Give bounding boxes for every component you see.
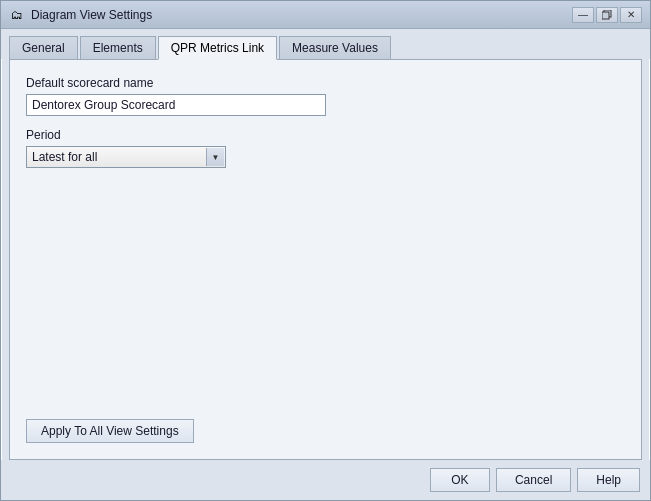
- help-button[interactable]: Help: [577, 468, 640, 492]
- svg-rect-1: [602, 12, 609, 19]
- main-window: 🗂 Diagram View Settings — ✕ General Elem…: [0, 0, 651, 501]
- bottom-bar: OK Cancel Help: [1, 460, 650, 500]
- period-select[interactable]: Latest for all Current Previous: [26, 146, 226, 168]
- minimize-button[interactable]: —: [572, 7, 594, 23]
- tab-measure-values[interactable]: Measure Values: [279, 36, 391, 60]
- tab-qpr-metrics-link[interactable]: QPR Metrics Link: [158, 36, 277, 60]
- close-button[interactable]: ✕: [620, 7, 642, 23]
- restore-button[interactable]: [596, 7, 618, 23]
- cancel-button[interactable]: Cancel: [496, 468, 571, 492]
- tab-general[interactable]: General: [9, 36, 78, 60]
- scorecard-label: Default scorecard name: [26, 76, 625, 90]
- apply-btn-row: Apply To All View Settings: [26, 419, 194, 443]
- apply-to-all-button[interactable]: Apply To All View Settings: [26, 419, 194, 443]
- window-icon: 🗂: [9, 7, 25, 23]
- content-area: Default scorecard name Period Latest for…: [9, 59, 642, 460]
- ok-button[interactable]: OK: [430, 468, 490, 492]
- period-label: Period: [26, 128, 625, 142]
- title-bar: 🗂 Diagram View Settings — ✕: [1, 1, 650, 29]
- scorecard-field-group: Default scorecard name: [26, 76, 625, 116]
- period-select-wrapper: Latest for all Current Previous ▼: [26, 146, 226, 168]
- tab-elements[interactable]: Elements: [80, 36, 156, 60]
- title-bar-controls: — ✕: [572, 7, 642, 23]
- window-title: Diagram View Settings: [31, 8, 566, 22]
- tabs-row: General Elements QPR Metrics Link Measur…: [1, 29, 650, 59]
- scorecard-input[interactable]: [26, 94, 326, 116]
- period-field-group: Period Latest for all Current Previous ▼: [26, 128, 625, 168]
